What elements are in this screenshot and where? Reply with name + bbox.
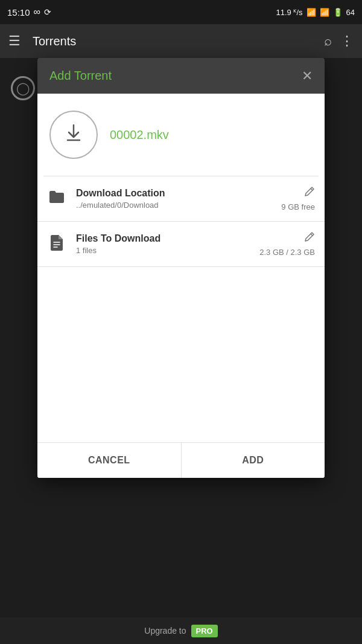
close-dialog-button[interactable]: ✕ <box>302 69 313 83</box>
signal-icon: 📶 <box>320 8 329 17</box>
status-bar: 15:10 ∞ ⟳ 11.9 ᴷ/s 📶 📶 🔋 64 <box>0 0 362 24</box>
status-left: 15:10 ∞ ⟳ <box>7 7 51 18</box>
bg-list-circle: ◯ <box>11 76 35 100</box>
torrent-filename: 00002.mkv <box>110 128 169 142</box>
edit-files-icon[interactable] <box>304 231 315 245</box>
folder-icon <box>47 189 66 208</box>
download-location-path: ../emulated/0/Download <box>76 201 272 210</box>
files-to-download-size: 2.3 GB / 2.3 GB <box>259 248 315 257</box>
download-location-meta: 9 GB free <box>281 186 315 211</box>
more-options-icon[interactable]: ⋮ <box>340 33 354 49</box>
dialog-title: Add Torrent <box>49 69 112 83</box>
dialog-header: Add Torrent ✕ <box>37 58 325 94</box>
speed-display: 11.9 ᴷ/s <box>276 8 303 17</box>
battery-icon: 🔋 <box>333 8 343 17</box>
edit-location-icon[interactable] <box>304 186 315 200</box>
files-to-download-content: Files To Download 1 files <box>76 233 250 255</box>
bottom-upgrade-bar: Upgrade to PRO <box>0 617 362 644</box>
files-to-download-row[interactable]: Files To Download 1 files 2.3 GB / 2.3 G… <box>37 222 325 267</box>
add-button[interactable]: ADD <box>182 443 325 478</box>
status-right: 11.9 ᴷ/s 📶 📶 🔋 64 <box>276 8 355 17</box>
hamburger-menu-icon[interactable]: ☰ <box>8 33 21 49</box>
cancel-button[interactable]: CANCEL <box>37 443 182 478</box>
pro-badge[interactable]: PRO <box>191 625 218 637</box>
toolbar-title: Torrents <box>33 34 316 48</box>
time-display: 15:10 <box>7 7 30 18</box>
file-icon <box>47 234 66 255</box>
dialog-body: 00002.mkv Download Location ../emulated/… <box>37 94 325 478</box>
download-circle-icon <box>49 111 98 159</box>
download-arrow-icon <box>63 123 84 147</box>
download-location-content: Download Location ../emulated/0/Download <box>76 188 272 210</box>
dialog-footer: CANCEL ADD <box>37 442 325 478</box>
add-torrent-dialog: Add Torrent ✕ 00002.mkv <box>37 58 325 478</box>
app-toolbar: ☰ Torrents ⌕ ⋮ <box>0 24 362 58</box>
dialog-spacer <box>37 267 325 442</box>
battery-level: 64 <box>346 8 355 17</box>
download-location-free-space: 9 GB free <box>281 202 315 211</box>
files-to-download-meta: 2.3 GB / 2.3 GB <box>259 231 315 257</box>
files-to-download-count: 1 files <box>76 246 250 255</box>
infinity-icon: ∞ <box>34 7 40 18</box>
sync-icon: ⟳ <box>44 7 51 17</box>
download-location-label: Download Location <box>76 188 272 199</box>
torrent-info-section: 00002.mkv <box>37 94 325 176</box>
search-icon[interactable]: ⌕ <box>324 33 332 49</box>
download-location-row[interactable]: Download Location ../emulated/0/Download… <box>37 176 325 222</box>
upgrade-text: Upgrade to <box>144 626 186 636</box>
wifi-icon: 📶 <box>306 8 316 17</box>
files-to-download-label: Files To Download <box>76 233 250 244</box>
